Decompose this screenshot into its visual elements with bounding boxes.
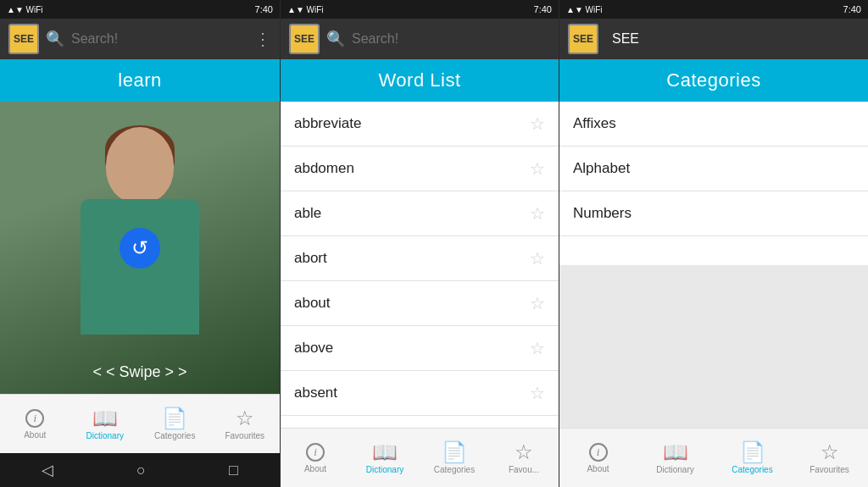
nav-about-label-cat: About [587,464,609,473]
categories-icon-cat: 📄 [740,442,765,462]
swipe-hint: < < Swipe > > [92,363,186,381]
word-text: abbreviate [294,115,361,132]
category-item[interactable]: Affixes [559,102,868,147]
nav-about-wl[interactable]: i About [290,443,341,473]
word-list-item[interactable]: able ☆ [281,191,559,236]
nav-favourites-cat[interactable]: ☆ Favourites [804,442,855,474]
menu-button[interactable]: ⋮ [254,29,271,49]
word-text: abdomen [294,160,354,177]
wordlist-title: Word List [378,69,460,91]
star-icon[interactable]: ☆ [530,113,545,134]
app-logo-wl: SEE [289,24,320,54]
word-list-item[interactable]: above ☆ [281,326,559,371]
nav-dictionary-wl[interactable]: 📖 Dictionary [359,442,410,474]
nav-dictionary-label-cat: Dictionary [656,465,693,474]
nav-favourites-label-cat: Favourites [810,465,849,474]
nav-categories-label-wl: Categories [434,465,475,474]
top-bar-cat: SEE SEE [559,19,868,59]
learn-header: learn [0,59,280,102]
star-icon[interactable]: ☆ [530,158,545,179]
word-list-item[interactable]: abbreviate ☆ [281,102,559,147]
nav-about-learn[interactable]: i About [9,409,60,440]
category-item[interactable]: Alphabet [559,147,868,191]
reload-button[interactable]: ↺ [120,228,160,268]
star-icon[interactable]: ☆ [530,293,545,313]
status-bar: ▲▼ WiFi 7:40 [0,0,280,19]
categories-title: Categories [666,69,760,91]
word-list-item[interactable]: absent ☆ [281,371,559,416]
panel-categories: ▲▼ WiFi 7:40 SEE SEE Categories AffixesA… [559,0,868,487]
top-bar-wordlist: SEE 🔍 [281,19,559,59]
word-text: abort [294,250,327,267]
status-bar-cat: ▲▼ WiFi 7:40 [559,0,868,19]
nav-about-cat[interactable]: i About [573,443,624,473]
nav-dictionary-label: Dictionary [86,431,124,440]
bottom-nav-wl: i About 📖 Dictionary 📄 Categories ☆ Favo… [281,428,559,487]
bottom-nav-learn: i About 📖 Dictionary 📄 Categories ☆ Favo… [0,394,280,453]
word-text: about [294,295,331,312]
search-icon: 🔍 [46,30,64,48]
top-bar-learn: SEE 🔍 ⋮ [0,19,280,59]
categories-empty-space [559,265,868,429]
nav-categories-learn[interactable]: 📄 Categories [149,408,200,440]
favourites-icon-cat: ☆ [821,442,839,462]
nav-favourites-wl[interactable]: ☆ Favou... [498,442,549,474]
person-head [106,127,174,203]
star-icon[interactable]: ☆ [530,203,545,224]
about-icon: i [25,409,44,428]
category-item[interactable]: Numbers [559,191,868,236]
categories-header: Categories [559,59,868,102]
panel-learn: ▲▼ WiFi 7:40 SEE 🔍 ⋮ learn ↺ < < Swipe >… [0,0,280,487]
signal-icon-wl: ▲▼ WiFi [287,5,324,14]
back-button[interactable]: ◁ [42,461,53,479]
dictionary-icon: 📖 [92,408,118,429]
nav-favourites-label-wl: Favou... [509,465,539,474]
word-list-item[interactable]: abort ☆ [281,236,559,281]
time-display: 7:40 [255,4,273,14]
categories-icon-wl: 📄 [442,442,467,462]
dictionary-icon-cat: 📖 [663,442,688,462]
panel-wordlist: ▲▼ WiFi 7:40 SEE 🔍 Word List abbreviate … [280,0,559,487]
search-icon-wl: 🔍 [326,30,345,48]
app-logo: SEE [8,24,39,54]
about-icon-cat: i [589,443,608,462]
category-list: AffixesAlphabetNumbers [559,102,868,265]
nav-dictionary-learn[interactable]: 📖 Dictionary [80,408,131,440]
nav-dictionary-cat[interactable]: 📖 Dictionary [650,442,701,474]
nav-categories-cat[interactable]: 📄 Categories [727,442,778,474]
word-list-item[interactable]: abstract ☆ [281,416,559,428]
learn-title: learn [118,69,161,91]
search-input-wl[interactable] [352,31,550,47]
android-nav-learn: ◁ ○ □ [0,453,280,487]
time-display-cat: 7:40 [843,4,861,14]
nav-categories-label: Categories [154,431,195,440]
signal-icon-cat: ▲▼ WiFi [566,5,603,14]
word-list-item[interactable]: about ☆ [281,281,559,326]
star-icon[interactable]: ☆ [530,338,545,358]
signal-icon: ▲▼ WiFi [7,5,43,14]
home-button[interactable]: ○ [136,462,146,479]
word-list-item[interactable]: abdomen ☆ [281,147,559,191]
nav-about-label: About [24,430,46,440]
favourites-icon: ☆ [236,408,254,429]
word-text: absent [294,385,337,401]
nav-favourites-learn[interactable]: ☆ Favourites [220,408,270,440]
bottom-nav-cat: i About 📖 Dictionary 📄 Categories ☆ Favo… [559,428,868,487]
recents-button[interactable]: □ [229,462,238,479]
star-icon[interactable]: ☆ [530,383,545,403]
word-text: able [294,205,321,222]
nav-about-label-wl: About [304,464,326,473]
search-input[interactable] [71,31,248,47]
wordlist-header: Word List [281,59,559,102]
video-area: ↺ < < Swipe > > [0,102,280,394]
categories-icon: 📄 [162,408,187,429]
nav-categories-label-cat: Categories [732,465,772,474]
word-text: above [294,340,333,357]
app-logo-cat: SEE [568,24,598,54]
favourites-icon-wl: ☆ [515,442,533,462]
see-label: SEE [612,31,639,47]
nav-categories-wl[interactable]: 📄 Categories [429,442,480,474]
nav-dictionary-label-wl: Dictionary [366,465,403,474]
word-list: abbreviate ☆ abdomen ☆ able ☆ abort ☆ ab… [281,102,559,428]
star-icon[interactable]: ☆ [530,248,545,268]
